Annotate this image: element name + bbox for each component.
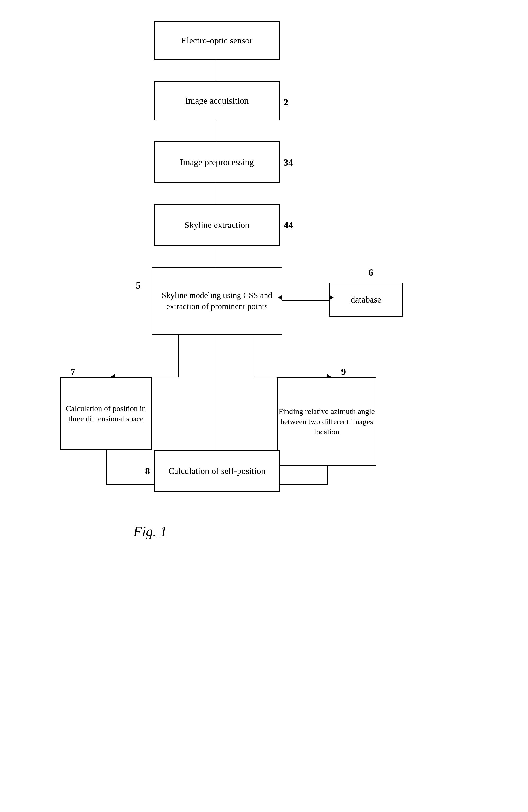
box-skyline-extraction: Skyline extraction: [154, 204, 280, 246]
box-calc-position: Calculation of position in three dimensi…: [60, 377, 152, 450]
arrow-3: [217, 183, 217, 204]
connector-v-7-8: [106, 450, 107, 484]
box-finding-azimuth: Finding relative azimuth angle between t…: [277, 377, 376, 466]
double-arrow-h: [282, 300, 329, 301]
arrow-4: [217, 246, 217, 267]
image-preprocessing-label: Image preprocessing: [180, 157, 254, 168]
figure-label: Fig. 1: [133, 523, 167, 540]
label-34: 34: [284, 157, 293, 168]
connector-v-right: [254, 335, 254, 377]
skyline-extraction-label: Skyline extraction: [184, 219, 250, 231]
connector-v-left: [178, 335, 179, 377]
finding-azimuth-label: Finding relative azimuth angle between t…: [278, 406, 376, 437]
connector-v-9-8: [327, 466, 328, 484]
label-6: 6: [368, 267, 373, 278]
label-9: 9: [341, 366, 346, 377]
label-8: 8: [145, 466, 150, 477]
label-2: 2: [284, 97, 288, 108]
calc-self-position-label: Calculation of self-position: [168, 465, 266, 477]
electro-optic-label: Electro-optic sensor: [181, 35, 253, 46]
calc-position-label: Calculation of position in three dimensi…: [61, 403, 151, 424]
box-skyline-modeling: Skyline modeling using CSS and extractio…: [152, 267, 282, 335]
skyline-modeling-label: Skyline modeling using CSS and extractio…: [152, 290, 282, 311]
arrow-2: [217, 120, 217, 141]
image-acquisition-label: Image acquisition: [185, 95, 249, 106]
box-image-acquisition: Image acquisition: [154, 81, 280, 120]
box-image-preprocessing: Image preprocessing: [154, 141, 280, 183]
arrow-1: [217, 60, 217, 81]
box-electro-optic: Electro-optic sensor: [154, 21, 280, 60]
database-label: database: [350, 294, 381, 305]
label-7: 7: [71, 366, 75, 377]
box-database: database: [329, 282, 403, 317]
label-44: 44: [284, 220, 293, 231]
box-calc-self-position: Calculation of self-position: [154, 450, 280, 492]
label-5: 5: [136, 280, 141, 291]
connector-v-center: [217, 335, 217, 450]
